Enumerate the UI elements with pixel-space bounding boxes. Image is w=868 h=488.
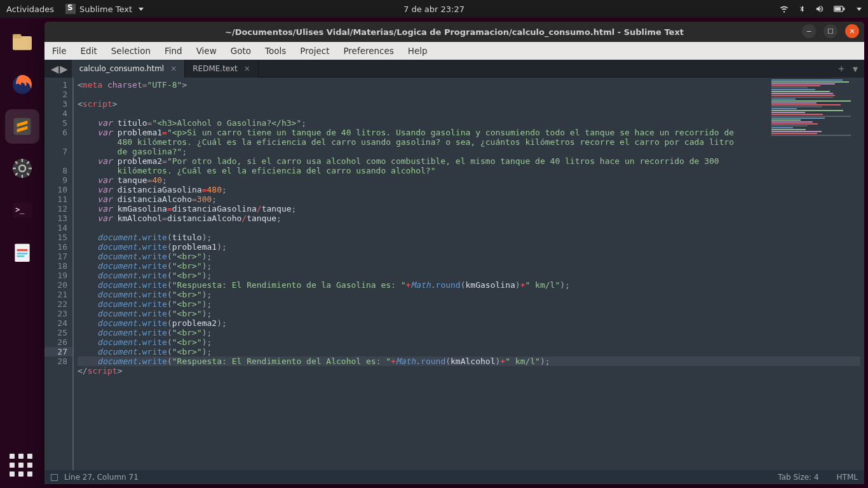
system-tray[interactable] [779,4,862,13]
menu-goto[interactable]: Goto [231,46,251,56]
svg-rect-1 [843,8,844,10]
menu-edit[interactable]: Edit [81,46,97,56]
gnome-top-panel: Actividades Sublime Text 7 de abr 23:27 [0,0,868,18]
dock-item-firefox[interactable] [5,67,39,102]
svg-rect-6 [14,118,31,135]
dock-item-sublime[interactable] [5,109,39,144]
tab-redme-text[interactable]: REDME.text× [185,60,259,78]
panel-clock[interactable]: 7 de abr 23:27 [403,4,465,14]
sublime-icon [65,4,76,14]
volume-icon [815,4,825,13]
chevron-down-icon [139,8,144,11]
minimap[interactable] [768,79,863,136]
dock-item-evince[interactable] [5,235,39,269]
wifi-icon [779,4,789,13]
menu-tools[interactable]: Tools [265,46,286,56]
svg-rect-20 [17,249,28,251]
status-tabsize[interactable]: Tab Size: 4 [778,473,818,482]
menu-help[interactable]: Help [408,46,428,56]
menu-project[interactable]: Project [300,46,329,56]
app-menu[interactable]: Sublime Text [65,4,144,14]
tab-history-forward[interactable]: ▶ [60,63,67,75]
app-menu-label: Sublime Text [79,4,132,14]
dock-item-files[interactable] [5,25,39,60]
close-icon[interactable]: × [244,64,250,73]
bluetooth-icon [798,4,806,13]
code-view[interactable]: <meta charset="UTF-8"><script> var titul… [74,78,864,470]
window-maximize-button[interactable]: ☐ [824,24,837,38]
svg-text:>_: >_ [15,205,25,214]
statusbar: Line 27, Column 71 Tab Size: 4 HTML [44,470,864,484]
menu-view[interactable]: View [196,46,217,56]
menu-preferences[interactable]: Preferences [343,46,393,56]
tab-label: REDME.text [193,64,238,73]
svg-rect-19 [15,244,29,262]
ubuntu-dock: >_ [0,18,44,488]
tab-history-back[interactable]: ◀ [51,63,58,75]
window-titlebar[interactable]: ~/Documentos/Ulises Vidal/Materias/Logic… [44,22,864,42]
status-cursor: Line 27, Column 71 [64,473,139,482]
window-close-button[interactable]: ✕ [845,24,859,38]
gutter: 1234567891011121314151617181920212223242… [44,78,74,470]
dock-item-terminal[interactable]: >_ [5,193,39,227]
menubar: FileEditSelectionFindViewGotoToolsProjec… [44,42,864,60]
menu-find[interactable]: Find [165,46,182,56]
battery-icon [834,5,845,13]
menu-selection[interactable]: Selection [111,46,151,56]
activities-button[interactable]: Actividades [6,4,54,14]
status-panel-toggle-icon[interactable] [51,474,58,481]
svg-rect-22 [17,255,25,257]
dock-show-applications[interactable] [10,454,35,479]
tab-dropdown-button[interactable]: ▾ [853,63,858,75]
status-syntax[interactable]: HTML [837,473,858,482]
svg-rect-21 [17,253,28,255]
tab-calculo_consumo-html[interactable]: calculo_consumo.html× [72,60,186,78]
svg-rect-4 [13,34,21,39]
tabbar: ◀ ▶ calculo_consumo.html×REDME.text× ＋ ▾ [44,60,864,78]
tab-label: calculo_consumo.html [79,64,165,73]
dock-item-settings[interactable] [5,151,39,186]
close-icon[interactable]: × [170,64,177,73]
chevron-down-icon [857,8,862,11]
editor-area[interactable]: 1234567891011121314151617181920212223242… [44,78,864,470]
svg-rect-2 [835,7,841,11]
window-minimize-button[interactable]: ─ [802,24,816,38]
new-tab-button[interactable]: ＋ [836,62,846,76]
window-title: ~/Documentos/Ulises Vidal/Materias/Logic… [225,27,684,37]
menu-file[interactable]: File [52,46,67,56]
sublime-window: ~/Documentos/Ulises Vidal/Materias/Logic… [44,22,864,484]
